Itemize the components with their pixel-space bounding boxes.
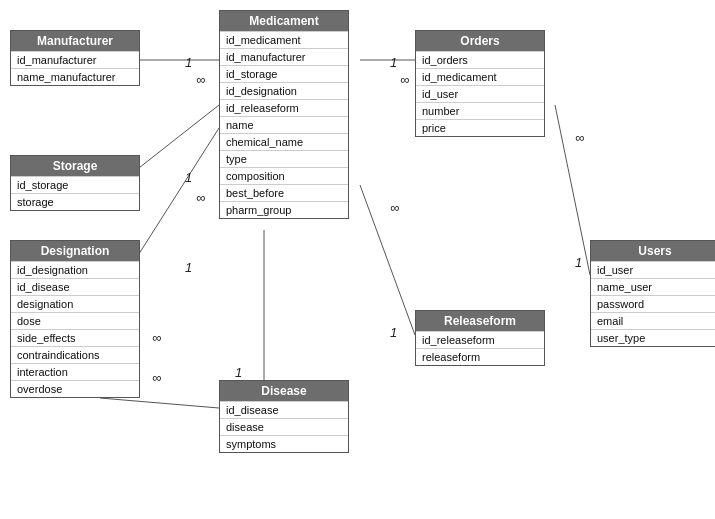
svg-line-4 <box>360 185 415 335</box>
entity-header-storage: Storage <box>11 156 139 176</box>
entity-orders: Ordersid_ordersid_medicamentid_usernumbe… <box>415 30 545 137</box>
field-medicament-name: name <box>220 116 348 133</box>
field-storage-id_storage: id_storage <box>11 176 139 193</box>
entity-designation: Designationid_designationid_diseasedesig… <box>10 240 140 398</box>
entity-manufacturer: Manufacturerid_manufacturername_manufact… <box>10 30 140 86</box>
field-designation-designation: designation <box>11 295 139 312</box>
field-orders-price: price <box>416 119 544 136</box>
field-medicament-chemical_name: chemical_name <box>220 133 348 150</box>
cardinality-c4: ∞ <box>196 190 205 205</box>
cardinality-c3: 1 <box>185 170 192 185</box>
entity-header-orders: Orders <box>416 31 544 51</box>
field-releaseform-id_releaseform: id_releaseform <box>416 331 544 348</box>
cardinality-c14: ∞ <box>152 370 161 385</box>
field-medicament-id_storage: id_storage <box>220 65 348 82</box>
cardinality-c13: 1 <box>235 365 242 380</box>
field-manufacturer-name_manufacturer: name_manufacturer <box>11 68 139 85</box>
cardinality-c10: 1 <box>390 325 397 340</box>
cardinality-c1: 1 <box>185 55 192 70</box>
entity-header-medicament: Medicament <box>220 11 348 31</box>
field-medicament-id_designation: id_designation <box>220 82 348 99</box>
field-users-id_user: id_user <box>591 261 715 278</box>
field-designation-dose: dose <box>11 312 139 329</box>
cardinality-c12: 1 <box>575 255 582 270</box>
field-medicament-type: type <box>220 150 348 167</box>
entity-releaseform: Releaseformid_releaseformreleaseform <box>415 310 545 366</box>
cardinality-c6: ∞ <box>152 330 161 345</box>
cardinality-c2: ∞ <box>196 72 205 87</box>
entity-header-manufacturer: Manufacturer <box>11 31 139 51</box>
field-manufacturer-id_manufacturer: id_manufacturer <box>11 51 139 68</box>
entity-disease: Diseaseid_diseasediseasesymptoms <box>219 380 349 453</box>
field-designation-overdose: overdose <box>11 380 139 397</box>
field-medicament-id_releaseform: id_releaseform <box>220 99 348 116</box>
cardinality-c7: 1 <box>390 55 397 70</box>
field-users-email: email <box>591 312 715 329</box>
entity-header-users: Users <box>591 241 715 261</box>
field-disease-id_disease: id_disease <box>220 401 348 418</box>
entity-header-releaseform: Releaseform <box>416 311 544 331</box>
field-releaseform-releaseform: releaseform <box>416 348 544 365</box>
svg-line-6 <box>100 398 219 408</box>
field-orders-id_orders: id_orders <box>416 51 544 68</box>
entity-storage: Storageid_storagestorage <box>10 155 140 211</box>
entity-medicament: Medicamentid_medicamentid_manufacturerid… <box>219 10 349 219</box>
entity-header-designation: Designation <box>11 241 139 261</box>
erd-diagram: Medicamentid_medicamentid_manufacturerid… <box>0 0 715 519</box>
field-storage-storage: storage <box>11 193 139 210</box>
field-designation-id_designation: id_designation <box>11 261 139 278</box>
field-users-user_type: user_type <box>591 329 715 346</box>
svg-line-5 <box>555 105 590 275</box>
svg-line-1 <box>130 105 219 175</box>
field-medicament-best_before: best_before <box>220 184 348 201</box>
field-medicament-id_manufacturer: id_manufacturer <box>220 48 348 65</box>
cardinality-c8: ∞ <box>400 72 409 87</box>
field-medicament-composition: composition <box>220 167 348 184</box>
field-disease-disease: disease <box>220 418 348 435</box>
field-orders-id_medicament: id_medicament <box>416 68 544 85</box>
field-designation-id_disease: id_disease <box>11 278 139 295</box>
field-designation-contraindications: contraindications <box>11 346 139 363</box>
field-orders-number: number <box>416 102 544 119</box>
field-medicament-pharm_group: pharm_group <box>220 201 348 218</box>
cardinality-c5: 1 <box>185 260 192 275</box>
field-users-password: password <box>591 295 715 312</box>
entity-users: Usersid_username_userpasswordemailuser_t… <box>590 240 715 347</box>
field-designation-side_effects: side_effects <box>11 329 139 346</box>
field-disease-symptoms: symptoms <box>220 435 348 452</box>
field-designation-interaction: interaction <box>11 363 139 380</box>
field-orders-id_user: id_user <box>416 85 544 102</box>
cardinality-c9: ∞ <box>390 200 399 215</box>
svg-line-2 <box>130 128 219 268</box>
field-medicament-id_medicament: id_medicament <box>220 31 348 48</box>
cardinality-c11: ∞ <box>575 130 584 145</box>
field-users-name_user: name_user <box>591 278 715 295</box>
entity-header-disease: Disease <box>220 381 348 401</box>
